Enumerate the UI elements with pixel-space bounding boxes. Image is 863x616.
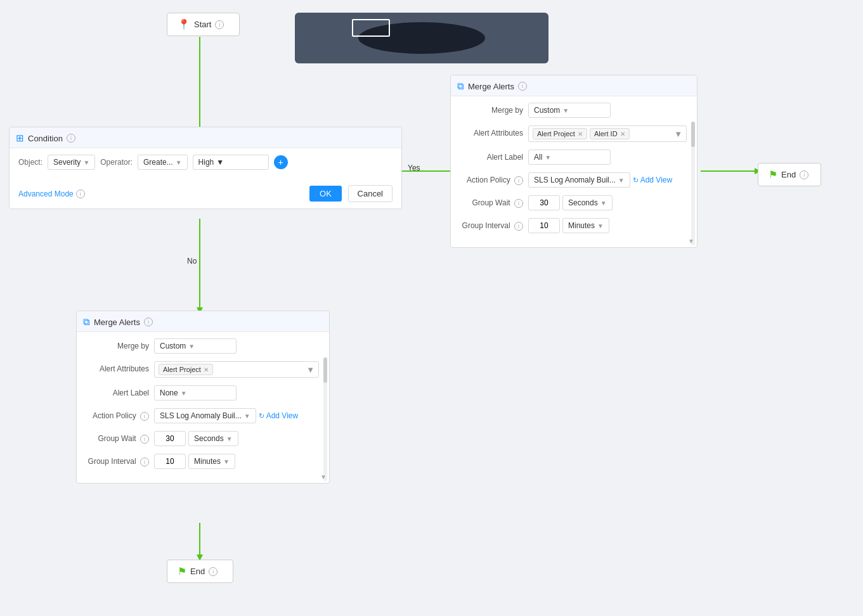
object-select[interactable]: Severity ▼ [48, 155, 95, 170]
merge-bottom-icon: ⧉ [83, 316, 90, 328]
add-view-link-top[interactable]: ↻ Add View [633, 176, 672, 184]
merge-top-interval-label: Group Interval i [460, 218, 523, 231]
value-select[interactable]: High ▼ [193, 155, 269, 170]
merge-bottom-label-chevron-icon: ▼ [181, 390, 187, 397]
merge-top-policy-content: SLS Log Anomaly Buil... ▼ ↻ Add View [528, 172, 687, 188]
redacted-banner [295, 13, 548, 63]
group-wait-input-top[interactable] [528, 195, 560, 210]
cancel-button[interactable]: Cancel [348, 185, 393, 202]
merge-bottom-scrollbar[interactable] [323, 357, 327, 481]
merge-bottom-wait-label: Group Wait i [86, 431, 149, 444]
merge-top-attributes-label: Alert Attributes [460, 125, 523, 138]
object-label: Object: [18, 158, 42, 167]
merge-bottom-info-icon[interactable]: i [144, 318, 153, 326]
group-interval-unit-select-bottom[interactable]: Minutes ▼ [188, 454, 235, 469]
condition-footer: Advanced Mode i OK Cancel [10, 181, 401, 209]
merge-top-header: ⧉ Merge Alerts i [451, 75, 697, 96]
merge-top-by-content: Custom ▼ [528, 103, 687, 118]
end-top-info-icon[interactable]: i [800, 170, 808, 179]
merge-bottom-interval-row: Group Interval i Minutes ▼ [86, 454, 319, 469]
merge-top-info-icon[interactable]: i [518, 82, 527, 91]
interval-info-icon-top[interactable]: i [514, 222, 523, 231]
condition-header: ⊞ Condition i [10, 127, 401, 148]
merge-top-icon: ⧉ [457, 80, 464, 92]
scroll-down-icon-top[interactable]: ▼ [688, 238, 694, 245]
merge-bottom-attributes-label: Alert Attributes [86, 361, 149, 373]
merge-bottom-label-row: Alert Label None ▼ [86, 385, 319, 401]
add-view-link-bottom[interactable]: ↻ Add View [259, 411, 298, 420]
no-label: No [187, 257, 197, 266]
alert-project-tag-top: Alert Project ✕ [533, 128, 587, 139]
alert-id-tag-top: Alert ID ✕ [590, 128, 630, 139]
start-info-icon[interactable]: i [215, 20, 224, 29]
merge-top-attributes-row: Alert Attributes Alert Project ✕ Alert I… [460, 125, 687, 142]
attributes-chevron-top[interactable]: ▼ [674, 129, 682, 139]
merge-bottom-label-select[interactable]: None ▼ [154, 385, 237, 401]
wait-info-icon-bottom[interactable]: i [140, 435, 149, 444]
condition-body: Object: Severity ▼ Operator: Greate... ▼… [10, 148, 401, 181]
advanced-mode-info-icon[interactable]: i [76, 189, 85, 198]
advanced-mode-link[interactable]: Advanced Mode i [18, 189, 85, 198]
merge-bottom-by-row: Merge by Custom ▼ [86, 338, 319, 354]
end-top-label: End [781, 170, 796, 179]
merge-top-interval-content: Minutes ▼ [528, 218, 687, 233]
operator-label: Operator: [100, 158, 133, 167]
merge-bottom-body: Merge by Custom ▼ Alert Attributes Alert [77, 332, 329, 483]
object-chevron-icon: ▼ [83, 159, 89, 166]
merge-top-scrollbar-thumb [691, 122, 695, 147]
merge-top-attributes-content: Alert Project ✕ Alert ID ✕ ▼ [528, 125, 687, 142]
start-node: 📍 Start i [167, 13, 240, 36]
merge-bottom-title: Merge Alerts [94, 318, 140, 327]
policy-info-icon-top[interactable]: i [514, 176, 523, 185]
wait-info-icon-top[interactable]: i [514, 199, 523, 208]
alert-project-close-top[interactable]: ✕ [578, 131, 583, 138]
merge-top-policy-select[interactable]: SLS Log Anomaly Buil... ▼ [528, 172, 630, 188]
group-interval-unit-select-top[interactable]: Minutes ▼ [562, 218, 609, 233]
merge-top-by-select[interactable]: Custom ▼ [528, 103, 611, 118]
attributes-chevron-bottom[interactable]: ▼ [306, 365, 315, 375]
scroll-down-icon-bottom[interactable]: ▼ [320, 473, 327, 480]
group-wait-input-bottom[interactable] [154, 431, 186, 446]
alert-project-close-bottom[interactable]: ✕ [204, 366, 209, 373]
group-wait-unit-select-top[interactable]: Seconds ▼ [562, 195, 613, 210]
group-interval-input-top[interactable] [528, 218, 560, 233]
merge-bottom-header: ⧉ Merge Alerts i [77, 311, 329, 332]
condition-title: Condition [28, 134, 63, 143]
end-top-icon: ⚑ [769, 169, 777, 181]
merge-top-alert-label: Alert Label [460, 150, 523, 162]
wait-unit-chevron-top: ▼ [600, 200, 607, 207]
merge-bottom-by-select[interactable]: Custom ▼ [154, 338, 237, 354]
start-icon: 📍 [178, 18, 190, 30]
end-bottom-info-icon[interactable]: i [209, 567, 217, 576]
merge-top-scrollbar[interactable] [691, 122, 695, 245]
end-node-top: ⚑ End i [758, 163, 821, 186]
ok-button[interactable]: OK [309, 186, 342, 202]
merge-top-policy-label: Action Policy i [460, 172, 523, 185]
yes-label: Yes [408, 164, 420, 172]
merge-top-by-chevron-icon: ▼ [562, 107, 569, 114]
merge-bottom-policy-select[interactable]: SLS Log Anomaly Buil... ▼ [154, 408, 256, 423]
merge-top-label-chevron-icon: ▼ [545, 154, 551, 161]
interval-info-icon-bottom[interactable]: i [140, 458, 149, 466]
merge-bottom-attributes-row: Alert Attributes Alert Project ✕ ▼ [86, 361, 319, 378]
merge-bottom-interval-content: Minutes ▼ [154, 454, 319, 469]
add-condition-button[interactable]: + [274, 155, 288, 169]
merge-top-interval-row: Group Interval i Minutes ▼ [460, 218, 687, 233]
operator-select[interactable]: Greate... ▼ [138, 155, 188, 170]
merge-alerts-bottom: ⧉ Merge Alerts i Merge by Custom ▼ Alert… [76, 311, 330, 484]
condition-icon: ⊞ [16, 132, 24, 144]
condition-node: ⊞ Condition i Object: Severity ▼ Operato… [9, 127, 402, 209]
merge-top-label-select[interactable]: All ▼ [528, 150, 611, 165]
merge-bottom-attributes-content: Alert Project ✕ ▼ [154, 361, 319, 378]
alert-id-close-top[interactable]: ✕ [620, 131, 625, 138]
group-interval-input-bottom[interactable] [154, 454, 186, 469]
merge-bottom-policy-chevron-icon: ▼ [244, 413, 250, 420]
merge-bottom-by-chevron-icon: ▼ [188, 343, 195, 350]
operator-chevron-icon: ▼ [176, 159, 182, 166]
condition-info-icon[interactable]: i [67, 134, 75, 143]
policy-info-icon-bottom[interactable]: i [140, 412, 149, 421]
group-wait-unit-select-bottom[interactable]: Seconds ▼ [188, 431, 238, 446]
merge-top-policy-chevron-icon: ▼ [618, 177, 625, 184]
merge-top-body: Merge by Custom ▼ Alert Attributes Alert [451, 96, 697, 247]
merge-top-label-content: All ▼ [528, 150, 687, 165]
